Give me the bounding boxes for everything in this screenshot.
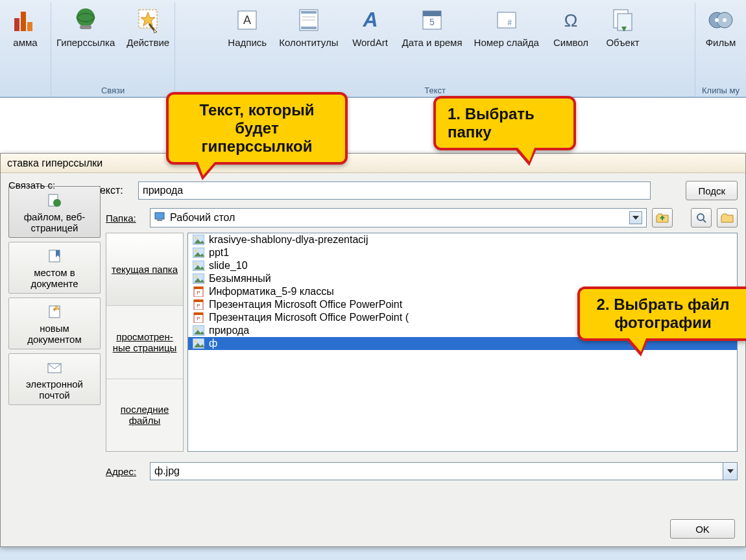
workspace-blank	[0, 97, 746, 156]
link-to-place-in-doc[interactable]: местом в документе	[8, 242, 101, 294]
ribbon-action-label: Действие	[126, 38, 169, 49]
ribbon-hyperlink[interactable]: Гиперссылка	[54, 3, 117, 49]
svg-point-68	[195, 340, 197, 343]
slide-number-icon: #	[492, 5, 522, 35]
svg-point-53	[195, 275, 197, 278]
dialog-title: ставка гиперссылки	[1, 154, 745, 173]
svg-text:P: P	[197, 290, 200, 296]
chart-icon	[10, 5, 40, 35]
link-to-file-webpage[interactable]: файлом, веб-страницей	[8, 186, 101, 238]
svg-text:Ω: Ω	[564, 10, 578, 30]
bookmark-icon	[46, 248, 63, 264]
link-text-input[interactable]	[138, 181, 651, 200]
ribbon-group-links-label: Связи	[101, 83, 125, 97]
ribbon-group-text: A Надпись Колонтитулы A WordArt 5 Дата и…	[175, 3, 695, 97]
ribbon-group-illustrations: амма	[0, 3, 51, 97]
svg-point-28	[715, 18, 719, 22]
link-to-email[interactable]: электронной почтой	[8, 353, 101, 405]
file-name: krasivye-shablony-dlya-prezentacij	[209, 234, 368, 246]
ribbon-group-text-label: Текст	[424, 83, 446, 97]
svg-point-29	[723, 18, 727, 22]
svg-text:P: P	[197, 303, 200, 309]
folder-value: Рабочий стол	[170, 212, 235, 224]
up-folder-button[interactable]	[652, 208, 673, 228]
svg-rect-20	[498, 12, 516, 28]
ribbon-hyperlink-label: Гиперссылка	[56, 38, 115, 49]
svg-point-47	[195, 250, 197, 252]
svg-rect-18	[423, 11, 441, 16]
address-dropdown[interactable]	[723, 462, 738, 480]
ribbon-object[interactable]: Объект	[600, 3, 645, 49]
svg-line-42	[703, 220, 706, 222]
file-list[interactable]: krasivye-shablony-dlya-prezentacijppt1sl…	[187, 233, 738, 452]
browse-web-button[interactable]	[691, 208, 712, 228]
svg-point-50	[195, 262, 197, 265]
ribbon-headerfooter[interactable]: Колонтитулы	[276, 3, 341, 49]
svg-rect-39	[157, 220, 162, 221]
view-tabs: текущая папка просмотрен-ные страницы по…	[106, 233, 184, 452]
ribbon-slidenumber[interactable]: # Номер слайда	[472, 3, 542, 49]
image-file-icon	[192, 260, 205, 272]
file-name: Презентация Microsoft Office PowerPoint …	[209, 312, 409, 323]
svg-marker-40	[632, 216, 639, 220]
view-tab-current-folder[interactable]: текущая папка	[106, 233, 183, 306]
chevron-down-icon	[629, 211, 642, 224]
svg-text:P: P	[197, 316, 200, 321]
ribbon-action[interactable]: Действие	[124, 3, 172, 49]
header-footer-icon	[294, 5, 324, 35]
file-item[interactable]: slide_10	[188, 259, 737, 272]
email-icon	[46, 359, 63, 376]
screen-tip-button[interactable]: Подск	[686, 181, 738, 200]
ribbon-wordart[interactable]: A WordArt	[348, 3, 393, 49]
webpage-icon	[46, 192, 63, 209]
file-name: Презентация Microsoft Office PowerPoint	[209, 299, 402, 310]
view-tab-recent-files[interactable]: последние файлы	[106, 379, 183, 451]
svg-text:A: A	[362, 8, 378, 31]
callout-choose-file: 2. Выбрать файл фотографии	[577, 286, 746, 341]
link-to-sidebar: Связать с: файлом, веб-страницей местом …	[8, 208, 101, 480]
ribbon-datetime[interactable]: 5 Дата и время	[400, 3, 465, 49]
wordart-icon: A	[355, 5, 385, 35]
file-name: природа	[209, 325, 249, 336]
svg-rect-56	[194, 286, 203, 289]
browse-file-button[interactable]	[717, 208, 738, 228]
image-file-icon	[192, 234, 205, 246]
view-tab-browsed-pages[interactable]: просмотрен-ные страницы	[106, 306, 183, 379]
globe-icon	[71, 5, 101, 35]
link-to-new-doc[interactable]: ✦ новым документом	[8, 298, 101, 349]
ok-button[interactable]: OK	[670, 519, 735, 539]
ribbon: амма Гиперссылка Действие Связи	[0, 0, 746, 97]
film-icon	[706, 5, 736, 35]
svg-point-44	[195, 237, 197, 239]
svg-rect-38	[155, 213, 164, 219]
callout-link-text: Текст, который будет гиперссылкой	[166, 92, 348, 165]
file-item[interactable]: krasivye-shablony-dlya-prezentacij	[188, 233, 737, 246]
file-item[interactable]: ppt1	[188, 246, 737, 259]
folder-dropdown[interactable]: Рабочий стол	[150, 208, 647, 228]
newdoc-icon: ✦	[46, 303, 63, 320]
ribbon-movie[interactable]: Фильм	[698, 3, 743, 49]
file-name: Безымянный	[209, 273, 271, 285]
svg-rect-13	[301, 27, 317, 29]
ribbon-symbol[interactable]: Ω Символ	[548, 3, 594, 49]
object-icon	[608, 5, 638, 35]
ribbon-group-media-label: Клипы му	[702, 83, 740, 97]
ppt-file-icon: P	[192, 312, 205, 323]
ribbon-chart[interactable]: амма	[3, 3, 48, 49]
ribbon-textbox[interactable]: A Надпись	[224, 3, 270, 49]
address-input[interactable]	[150, 462, 723, 480]
textbox-icon: A	[232, 5, 262, 35]
svg-rect-0	[14, 18, 19, 31]
svg-rect-59	[194, 299, 203, 302]
callout-choose-folder: 1. Выбрать папку	[433, 96, 576, 150]
svg-text:#: #	[507, 18, 512, 27]
svg-text:A: A	[243, 14, 251, 27]
svg-point-65	[195, 327, 197, 330]
image-file-icon	[192, 325, 205, 336]
file-name: slide_10	[209, 260, 248, 272]
svg-rect-5	[80, 25, 91, 29]
file-item[interactable]: Безымянный	[188, 272, 737, 285]
ppt-file-icon: P	[192, 286, 205, 298]
ppt-file-icon: P	[192, 299, 205, 310]
image-file-icon	[192, 247, 205, 259]
